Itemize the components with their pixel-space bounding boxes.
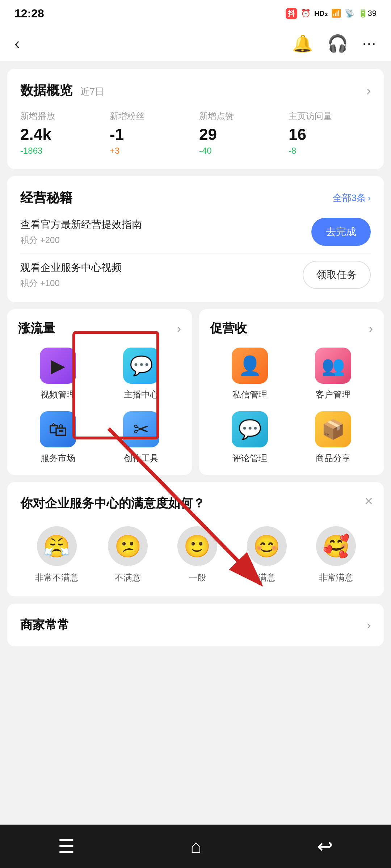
sat-label-4: 非常满意 <box>319 572 353 583</box>
task-points-1: 积分 +100 <box>20 277 122 289</box>
home-icon[interactable]: ⌂ <box>190 835 202 857</box>
signal-icon: 📶 <box>331 9 341 18</box>
main-content: 数据概览 近7日 › 新增播放 2.4k -1863 新增粉丝 -1 +3 新增… <box>0 61 391 711</box>
task-title-0: 查看官方最新经营提效指南 <box>20 218 142 231</box>
right-func-item-3[interactable]: 📦 商品分享 <box>293 411 373 464</box>
left-func-item-1[interactable]: 💬 主播中心 <box>101 348 181 400</box>
sat-label-0: 非常不满意 <box>35 572 79 583</box>
right-col-header: 促营收 › <box>210 320 373 337</box>
data-grid: 新增播放 2.4k -1863 新增粉丝 -1 +3 新增点赞 29 -40 主… <box>20 110 371 156</box>
business-tips-title: 经营秘籍 <box>20 189 72 207</box>
left-func-icon-1: 💬 <box>123 348 159 384</box>
nav-bar: ‹ 🔔 🎧 ··· <box>0 25 391 61</box>
data-label-2: 新增点赞 <box>199 110 234 122</box>
sat-emoji-1: 😕 <box>108 526 148 566</box>
task-action-button-1[interactable]: 领取任务 <box>303 261 371 289</box>
left-func-item-3[interactable]: ✂ 创作工具 <box>101 411 181 464</box>
left-func-icon-0: ▶ <box>40 348 76 384</box>
battery-icon: 🔋39 <box>358 9 377 18</box>
data-overview-arrow[interactable]: › <box>367 84 371 97</box>
right-func-grid: 👤 私信管理 👥 客户管理 💬 评论管理 📦 商品分享 <box>210 348 373 464</box>
right-col-arrow[interactable]: › <box>369 322 373 335</box>
right-func-item-2[interactable]: 💬 评论管理 <box>210 411 290 464</box>
left-func-item-2[interactable]: 🛍 服务市场 <box>18 411 98 464</box>
right-func-label-3: 商品分享 <box>316 452 350 464</box>
right-func-icon-3: 📦 <box>315 411 351 447</box>
task-points-0: 积分 +200 <box>20 234 142 246</box>
bottom-teaser-title: 商家常常 <box>20 617 70 633</box>
right-func-label-1: 客户管理 <box>316 389 350 400</box>
left-func-icon-3: ✂ <box>123 411 159 447</box>
satisfaction-option-3[interactable]: 😊 满意 <box>247 526 287 583</box>
data-change-1: +3 <box>110 146 119 156</box>
bottom-teaser[interactable]: 商家常常 › <box>7 604 384 646</box>
right-func-item-1[interactable]: 👥 客户管理 <box>293 348 373 400</box>
data-overview-title: 数据概览 <box>20 83 72 98</box>
left-col-title: 涨流量 <box>18 320 55 337</box>
headset-icon[interactable]: 🎧 <box>327 34 348 53</box>
app-icon: 抖 <box>286 8 297 19</box>
data-label-0: 新增播放 <box>20 110 55 122</box>
task-item-0: 查看官方最新经营提效指南 积分 +200 去完成 <box>20 218 371 254</box>
left-function-col: 涨流量 › ▶ 视频管理 💬 主播中心 🛍 服务市场 ✂ 创作工具 <box>7 309 192 475</box>
data-item-1: 新增粉丝 -1 +3 <box>110 110 192 156</box>
status-time: 12:28 <box>14 7 44 20</box>
data-change-2: -40 <box>199 146 212 156</box>
data-change-0: -1863 <box>20 146 42 156</box>
back-nav-icon[interactable]: ↩ <box>317 835 333 857</box>
data-value-2: 29 <box>199 125 217 144</box>
left-col-arrow[interactable]: › <box>177 322 181 335</box>
task-info-0: 查看官方最新经营提效指南 积分 +200 <box>20 218 142 246</box>
bottom-navigation: ☰ ⌂ ↩ <box>0 825 391 868</box>
sat-emoji-0: 😤 <box>37 526 77 566</box>
right-func-icon-1: 👥 <box>315 348 351 384</box>
left-func-label-3: 创作工具 <box>124 452 159 464</box>
data-overview-title-group: 数据概览 近7日 <box>20 82 104 99</box>
satisfaction-option-0[interactable]: 😤 非常不满意 <box>35 526 79 583</box>
left-func-grid: ▶ 视频管理 💬 主播中心 🛍 服务市场 ✂ 创作工具 <box>18 348 181 464</box>
functions-row: 涨流量 › ▶ 视频管理 💬 主播中心 🛍 服务市场 ✂ 创作工具 促营收 › … <box>7 309 384 475</box>
satisfaction-option-1[interactable]: 😕 不满意 <box>108 526 148 583</box>
satisfaction-option-4[interactable]: 🥰 非常满意 <box>316 526 356 583</box>
data-value-1: -1 <box>110 125 124 144</box>
left-func-label-1: 主播中心 <box>124 389 159 400</box>
task-title-1: 观看企业服务中心视频 <box>20 261 122 275</box>
right-func-icon-0: 👤 <box>232 348 268 384</box>
data-overview-card: 数据概览 近7日 › 新增播放 2.4k -1863 新增粉丝 -1 +3 新增… <box>7 69 384 169</box>
sat-label-3: 满意 <box>258 572 276 583</box>
status-bar: 12:28 抖 ⏰ HD₂ 📶 📡 🔋39 <box>0 0 391 25</box>
left-func-item-0[interactable]: ▶ 视频管理 <box>18 348 98 400</box>
satisfaction-options: 😤 非常不满意 😕 不满意 🙂 一般 😊 满意 🥰 非常满意 <box>20 526 371 583</box>
tasks-list: 查看官方最新经营提效指南 积分 +200 去完成 观看企业服务中心视频 积分 +… <box>20 218 371 289</box>
right-col-title: 促营收 <box>210 320 247 337</box>
satisfaction-close-button[interactable]: × <box>365 493 373 509</box>
right-func-label-2: 评论管理 <box>232 452 267 464</box>
nav-actions: 🔔 🎧 ··· <box>292 34 377 53</box>
sat-emoji-2: 🙂 <box>177 526 217 566</box>
sat-emoji-3: 😊 <box>247 526 287 566</box>
menu-icon[interactable]: ☰ <box>58 835 75 857</box>
wifi-icon: 📡 <box>345 9 354 18</box>
sat-emoji-4: 🥰 <box>316 526 356 566</box>
left-func-label-0: 视频管理 <box>41 389 75 400</box>
notification-icon[interactable]: 🔔 <box>292 34 313 53</box>
status-icons: 抖 ⏰ HD₂ 📶 📡 🔋39 <box>286 8 377 19</box>
data-label-1: 新增粉丝 <box>110 110 144 122</box>
data-change-3: -8 <box>289 146 296 156</box>
alarm-icon: ⏰ <box>301 9 311 18</box>
business-tips-header: 经营秘籍 全部3条 › <box>20 189 371 207</box>
back-button[interactable]: ‹ <box>14 34 20 52</box>
data-value-0: 2.4k <box>20 125 51 144</box>
data-item-3: 主页访问量 16 -8 <box>289 110 371 156</box>
more-icon[interactable]: ··· <box>362 35 377 51</box>
data-item-0: 新增播放 2.4k -1863 <box>20 110 102 156</box>
business-tips-all[interactable]: 全部3条 › <box>333 192 371 204</box>
right-function-col: 促营收 › 👤 私信管理 👥 客户管理 💬 评论管理 📦 商品分享 <box>199 309 384 475</box>
sat-label-1: 不满意 <box>115 572 141 583</box>
satisfaction-option-2[interactable]: 🙂 一般 <box>177 526 217 583</box>
left-func-icon-2: 🛍 <box>40 411 76 447</box>
right-func-item-0[interactable]: 👤 私信管理 <box>210 348 290 400</box>
task-item-1: 观看企业服务中心视频 积分 +100 领取任务 <box>20 254 371 289</box>
task-action-button-0[interactable]: 去完成 <box>311 218 371 246</box>
right-func-icon-2: 💬 <box>232 411 268 447</box>
